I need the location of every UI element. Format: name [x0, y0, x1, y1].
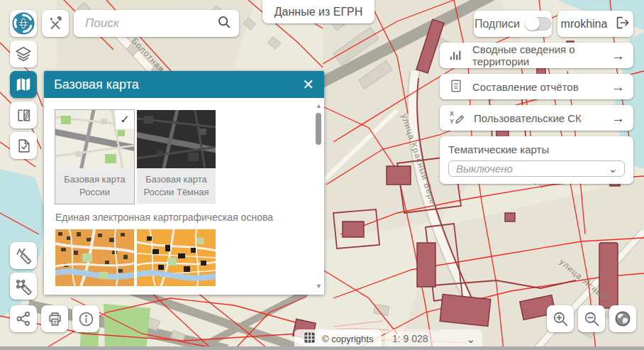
territory-summary-button[interactable]: Сводные сведения о территории → — [440, 43, 633, 68]
custom-cs-label: Пользовательские СК — [474, 112, 582, 124]
svg-text:Y: Y — [450, 118, 454, 125]
app-logo-button[interactable] — [10, 10, 37, 37]
eeko-tile-2[interactable] — [137, 229, 216, 286]
search-bar — [74, 10, 239, 37]
zoom-in-button[interactable] — [547, 305, 574, 332]
gis-app-window: Болотная улица улица Красный Берег улица… — [0, 0, 644, 350]
basemap-panel-header: Базовая карта ✕ — [44, 71, 324, 98]
search-icon[interactable] — [216, 14, 232, 33]
scroll-up-icon[interactable]: ▲ — [316, 102, 322, 109]
thematic-maps-panel: Тематические карты Выключено ⌄ — [440, 136, 633, 184]
labels-toggle-button[interactable]: Подписи — [474, 11, 552, 37]
layers-icon — [14, 45, 33, 63]
territory-summary-label: Сводные сведения о территории — [472, 43, 603, 67]
document-check-icon — [15, 137, 33, 155]
share-button[interactable] — [10, 305, 37, 332]
thematic-maps-label: Тематические карты — [448, 143, 625, 155]
chevron-down-icon: ⌄ — [608, 165, 617, 172]
measure-area-button[interactable] — [10, 273, 37, 300]
measure-area-icon — [14, 277, 33, 295]
zoom-out-button[interactable] — [578, 305, 605, 332]
report-icon — [448, 78, 464, 96]
zoom-out-icon — [583, 310, 601, 328]
compare-swipe-button[interactable] — [10, 102, 37, 128]
grid-icon[interactable] — [303, 331, 316, 346]
egrn-data-badge[interactable]: Данные из ЕГРН — [262, 0, 374, 23]
custom-cs-button[interactable]: X Y Пользовательские СК → — [440, 105, 633, 131]
app-logo-icon — [11, 11, 35, 35]
egrn-data-label: Данные из ЕГРН — [274, 6, 363, 18]
compare-swipe-icon — [15, 106, 33, 124]
basemap-panel: Базовая карта ✕ — [44, 71, 324, 295]
basemap-panel-body: ✓ Базовая карта России Ба — [44, 98, 324, 295]
panel-scrollbar-thumb[interactable] — [316, 113, 321, 145]
arrow-right-icon: → — [611, 111, 625, 125]
bar-chart-icon — [448, 47, 464, 65]
arrow-right-icon: → — [611, 80, 625, 94]
tools-button[interactable] — [42, 10, 69, 37]
reports-label: Составление отчётов — [472, 81, 579, 93]
measure-distance-button[interactable] — [10, 242, 37, 269]
thematic-maps-value: Выключено — [456, 163, 513, 175]
info-button[interactable] — [72, 305, 99, 332]
labels-toggle-switch[interactable] — [526, 17, 551, 31]
basemap-icon — [14, 75, 33, 94]
arrow-right-icon: → — [611, 49, 625, 62]
chevron-down-icon: ⌄ — [466, 336, 475, 342]
scale-value: 1: 9 028 — [392, 333, 428, 344]
info-icon — [77, 310, 95, 328]
basemap-button[interactable] — [10, 71, 37, 98]
zoom-in-icon — [552, 310, 570, 328]
print-button[interactable] — [41, 305, 68, 332]
eeko-tile-1[interactable] — [55, 229, 134, 286]
basemap-tile-russia-dark-thumb — [137, 110, 216, 168]
globe-icon — [614, 310, 632, 328]
scroll-down-icon[interactable]: ▼ — [316, 283, 322, 290]
basemap-tile-russia-dark-label: Базовая карта России Тёмная — [137, 168, 216, 204]
thematic-maps-select[interactable]: Выключено ⌄ — [448, 160, 625, 177]
user-logout-button[interactable]: mrokhina — [557, 11, 633, 37]
svg-text:X: X — [450, 110, 454, 117]
measure-distance-icon — [14, 246, 33, 265]
reports-button[interactable]: Составление отчётов → — [440, 74, 633, 99]
username-label: mrokhina — [561, 18, 608, 31]
basemap-panel-title: Базовая карта — [54, 77, 139, 92]
logout-icon — [614, 15, 630, 33]
search-input[interactable] — [84, 16, 216, 31]
copyright-box: © copyrights — [294, 329, 382, 348]
scale-box[interactable]: 1: 9 028 ⌄ — [385, 329, 482, 348]
document-check-button[interactable] — [10, 132, 37, 159]
close-icon[interactable]: ✕ — [302, 76, 314, 93]
basemap-tile-russia-dark[interactable]: Базовая карта России Тёмная — [137, 110, 216, 204]
tools-icon — [47, 15, 64, 32]
basemap-tile-russia-label: Базовая карта России — [55, 168, 134, 204]
coordinate-system-icon: X Y — [448, 109, 465, 128]
labels-toggle-label: Подписи — [474, 18, 520, 31]
globe-extent-button[interactable] — [609, 305, 636, 332]
eeko-section-label: Единая электронная картографическая осно… — [55, 212, 273, 223]
share-icon — [15, 310, 32, 327]
selected-check-icon: ✓ — [116, 110, 134, 128]
print-icon — [46, 310, 64, 328]
toggle-knob — [525, 16, 540, 31]
copyright-label[interactable]: © copyrights — [322, 334, 373, 344]
bottom-strip — [0, 346, 644, 350]
basemap-tile-russia[interactable]: ✓ Базовая карта России — [55, 110, 134, 204]
layers-button[interactable] — [10, 40, 37, 67]
